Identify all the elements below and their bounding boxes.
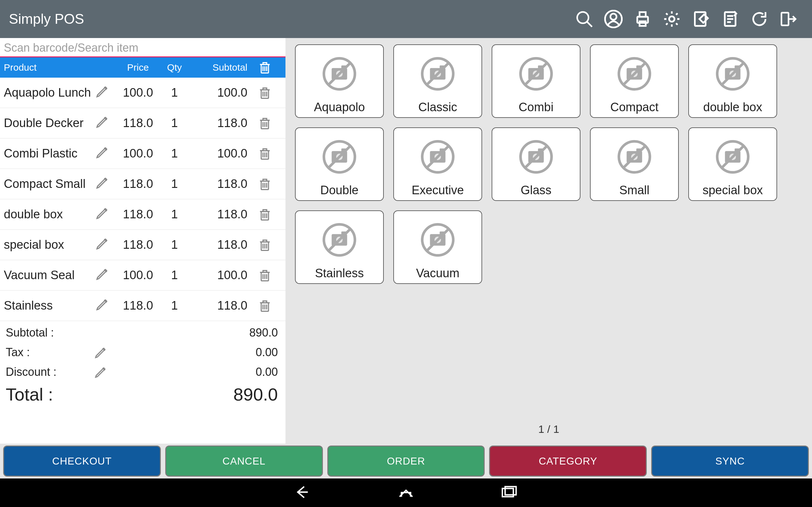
cart-panel: Product Price Qty Subtotal Aquapolo Lunc… <box>0 38 286 444</box>
edit-discount-icon[interactable] <box>88 365 113 379</box>
product-tile[interactable]: Glass <box>492 127 580 201</box>
cart-row: Vacuum Seal100.01100.0 <box>0 260 286 291</box>
no-image-icon <box>420 48 455 99</box>
cart-item-qty: 1 <box>159 299 190 313</box>
cart-row: Stainless118.01118.0 <box>0 291 286 321</box>
product-tile[interactable]: Small <box>590 127 679 201</box>
cart-item-subtotal: 100.0 <box>190 86 251 100</box>
logout-icon[interactable] <box>774 4 803 34</box>
product-tile[interactable]: Stainless <box>295 210 384 284</box>
no-image-icon <box>322 214 357 265</box>
product-tile[interactable]: Vacuum <box>393 210 482 284</box>
delete-item-icon[interactable] <box>251 147 279 161</box>
cart-item-subtotal: 118.0 <box>190 208 251 221</box>
cart-item-qty: 1 <box>159 177 190 191</box>
edit-tax-icon[interactable] <box>88 345 113 359</box>
cart-item-qty: 1 <box>159 238 190 251</box>
delete-item-icon[interactable] <box>251 238 279 252</box>
col-price: Price <box>117 62 159 73</box>
cart-item-price: 100.0 <box>117 86 159 100</box>
edit-item-icon[interactable] <box>95 175 117 193</box>
category-button[interactable]: CATEGORY <box>489 446 647 476</box>
delete-item-icon[interactable] <box>251 177 279 191</box>
cart-item-name: Vacuum Seal <box>3 268 95 282</box>
cart-item-name: double box <box>3 208 95 221</box>
edit-item-icon[interactable] <box>95 267 117 284</box>
cart-row: Compact Small118.01118.0 <box>0 169 286 199</box>
android-navbar <box>0 478 812 507</box>
edit-item-icon[interactable] <box>95 206 117 223</box>
cart-item-subtotal: 118.0 <box>190 177 251 191</box>
edit-item-icon[interactable] <box>95 236 117 253</box>
product-tile-label: Double <box>320 183 358 197</box>
product-tile[interactable]: Compact <box>590 44 679 118</box>
print-icon[interactable] <box>628 4 657 34</box>
cart-item-subtotal: 100.0 <box>190 268 251 282</box>
product-tile[interactable]: Executive <box>393 127 482 201</box>
cancel-button[interactable]: CANCEL <box>165 446 323 476</box>
cart-item-qty: 1 <box>159 208 190 221</box>
action-bar: CHECKOUT CANCEL ORDER CATEGORY SYNC <box>0 444 812 478</box>
cart-item-subtotal: 118.0 <box>190 116 251 130</box>
tax-value: 0.00 <box>113 346 280 359</box>
product-tile[interactable]: Aquapolo <box>295 44 384 118</box>
edit-document-icon[interactable] <box>687 4 716 34</box>
discount-value: 0.00 <box>113 365 280 379</box>
subtotal-value: 890.0 <box>113 326 280 339</box>
settings-icon[interactable] <box>657 4 687 34</box>
edit-item-icon[interactable] <box>95 297 117 314</box>
edit-item-icon[interactable] <box>95 114 117 132</box>
back-icon[interactable] <box>293 484 313 502</box>
product-tile-label: special box <box>703 183 763 197</box>
no-image-icon <box>322 48 357 99</box>
col-subtotal: Subtotal <box>190 62 251 73</box>
cart-item-subtotal: 118.0 <box>190 238 251 251</box>
edit-item-icon[interactable] <box>95 84 117 101</box>
cart-row: special box118.01118.0 <box>0 230 286 260</box>
delete-item-icon[interactable] <box>251 298 279 313</box>
product-tile[interactable]: Classic <box>393 44 482 118</box>
product-tile-label: Compact <box>610 101 658 114</box>
delete-item-icon[interactable] <box>251 116 279 130</box>
cart-item-price: 118.0 <box>117 299 159 313</box>
cart-row: Double Decker118.01118.0 <box>0 108 286 138</box>
delete-item-icon[interactable] <box>251 207 279 222</box>
cart-item-qty: 1 <box>159 116 190 130</box>
sync-button[interactable]: SYNC <box>651 446 809 476</box>
recent-apps-icon[interactable] <box>499 484 519 502</box>
cart-item-name: Combi Plastic <box>3 147 95 160</box>
delete-item-icon[interactable] <box>251 268 279 283</box>
cart-item-name: Aquapolo Lunch <box>3 86 95 100</box>
product-tile[interactable]: Double <box>295 127 384 201</box>
product-tile[interactable]: double box <box>688 44 777 118</box>
app-header: Simply POS <box>0 0 812 38</box>
product-grid-panel: AquapoloClassicCombiCompactdouble boxDou… <box>286 38 812 444</box>
product-tile[interactable]: Combi <box>492 44 580 118</box>
cart-item-subtotal: 100.0 <box>190 147 251 160</box>
search-input[interactable] <box>0 38 286 57</box>
product-tile[interactable]: special box <box>688 127 777 201</box>
user-icon[interactable] <box>599 4 628 34</box>
refresh-icon[interactable] <box>745 4 774 34</box>
cart-item-qty: 1 <box>159 268 190 282</box>
edit-item-icon[interactable] <box>95 145 117 162</box>
cart-row: Aquapolo Lunch100.01100.0 <box>0 78 286 108</box>
search-icon[interactable] <box>570 4 599 34</box>
product-tile-label: Glass <box>520 183 551 197</box>
order-button[interactable]: ORDER <box>327 446 485 476</box>
no-image-icon <box>420 214 455 265</box>
no-image-icon <box>519 131 554 182</box>
col-product: Product <box>3 62 95 73</box>
checkout-button[interactable]: CHECKOUT <box>3 446 161 476</box>
cart-item-qty: 1 <box>159 147 190 160</box>
discount-label: Discount : <box>6 365 88 379</box>
no-image-icon <box>617 131 652 182</box>
product-tile-label: Small <box>619 183 649 197</box>
cart-header: Product Price Qty Subtotal <box>0 57 286 78</box>
notes-icon[interactable] <box>716 4 745 34</box>
delete-item-icon[interactable] <box>251 86 279 100</box>
cart-item-subtotal: 118.0 <box>190 299 251 313</box>
home-icon[interactable] <box>396 484 416 502</box>
clear-all-icon[interactable] <box>251 60 279 75</box>
cart-item-name: Stainless <box>3 299 95 313</box>
